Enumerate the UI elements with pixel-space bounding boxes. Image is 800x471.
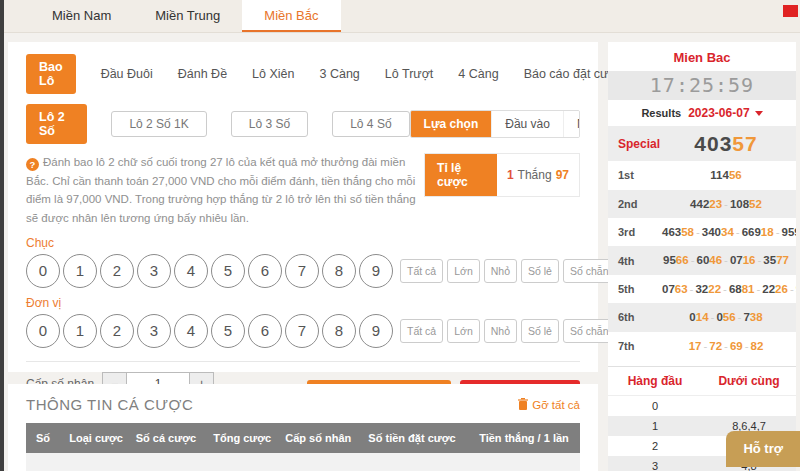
digit-circle[interactable]: 9 xyxy=(359,254,393,288)
mode-tab[interactable]: Nhanh xyxy=(563,111,580,137)
window-edge xyxy=(0,0,4,471)
prize-number: 17 xyxy=(689,340,702,352)
head-cell: 1 xyxy=(608,416,702,436)
prize-numbers: 11456 xyxy=(662,166,790,184)
digit-circle[interactable]: 0 xyxy=(26,314,60,348)
digit-circle[interactable]: 2 xyxy=(100,254,134,288)
digit-row-tens: 0123456789Tất cảLớnNhỏSố lẻSố chẵnGỡ xyxy=(26,254,580,288)
region-tab[interactable]: Miền Bắc xyxy=(242,0,340,32)
prize-number: 738 xyxy=(743,311,762,323)
filter-button[interactable]: Tất cả xyxy=(400,319,443,343)
number-head: 07 xyxy=(662,283,675,295)
digit-circle[interactable]: 6 xyxy=(248,314,282,348)
number-head: 442 xyxy=(690,198,709,210)
digit-circle[interactable]: 0 xyxy=(26,254,60,288)
prize-row: Special40357 xyxy=(608,126,796,161)
filter-button[interactable]: Số lẻ xyxy=(521,259,559,283)
prize-number: 10852 xyxy=(730,198,762,210)
mode-tab[interactable]: Lựa chọn xyxy=(411,111,492,137)
prize-row: 3rd46358-34034-66918-95949-25795-45788 xyxy=(608,218,796,246)
number-tail: 52 xyxy=(749,198,762,210)
filter-button[interactable]: Tất cả xyxy=(400,259,443,283)
number-tail: 17 xyxy=(689,340,702,352)
prize-number: 34034 xyxy=(702,226,734,238)
help-icon: ? xyxy=(26,158,39,171)
countdown-clock: 17:25:59 xyxy=(608,71,796,100)
head-cell: 2 xyxy=(608,436,702,456)
head-tail-column: Dưới cùng xyxy=(702,367,796,395)
number-head: 68 xyxy=(729,283,742,295)
head-cell: 3 xyxy=(608,456,702,471)
bet-tab[interactable]: 3 Càng xyxy=(320,67,360,81)
trash-icon xyxy=(518,398,528,412)
number-tail: 56 xyxy=(723,311,736,323)
number-head: 463 xyxy=(662,226,681,238)
bet-tab[interactable]: Đánh Đề xyxy=(178,67,227,81)
digit-circle[interactable]: 9 xyxy=(359,314,393,348)
filter-button[interactable]: Số lẻ xyxy=(521,319,559,343)
digit-circle[interactable]: 6 xyxy=(248,254,282,288)
number-head: 60 xyxy=(696,254,709,266)
digit-circle[interactable]: 4 xyxy=(174,314,208,348)
chevron-down-icon xyxy=(755,111,763,116)
results-bar: Results 2023-06-07 xyxy=(608,100,796,126)
prize-label: 4th xyxy=(618,255,662,267)
bet-tab[interactable]: Lô Trượt xyxy=(385,67,434,81)
mode-tab[interactable]: Đầu vào xyxy=(491,111,563,137)
prize-row: 6th014-056-738 xyxy=(608,303,796,331)
digit-circle[interactable]: 7 xyxy=(285,314,319,348)
digit-group-label-units: Đơn vị xyxy=(26,296,580,310)
region-tab[interactable]: Miền Trung xyxy=(133,0,242,32)
digit-circle[interactable]: 4 xyxy=(174,254,208,288)
digit-circle[interactable]: 5 xyxy=(211,314,245,348)
support-button[interactable]: Hỗ trợ xyxy=(726,431,800,467)
bet-tab[interactable]: 4 Càng xyxy=(458,67,498,81)
prize-row: 1st11456 xyxy=(608,161,796,189)
bet-subtab[interactable]: Lô 2 Số 1K xyxy=(111,111,206,137)
filter-button[interactable]: Nhỏ xyxy=(484,259,517,283)
prize-number: 72 xyxy=(709,340,722,352)
number-separator: - xyxy=(758,254,762,266)
bet-tab[interactable]: Lô Xiên xyxy=(252,67,294,81)
digit-circle[interactable]: 7 xyxy=(285,254,319,288)
number-separator: - xyxy=(790,283,794,295)
filter-button[interactable]: Nhỏ xyxy=(484,319,517,343)
clear-all-button[interactable]: Gỡ tất cả xyxy=(518,398,580,412)
filter-button[interactable]: Lớn xyxy=(447,259,480,283)
number-head: 35 xyxy=(763,254,776,266)
digit-row-units: 0123456789Tất cảLớnNhỏSố lẻSố chẵnGỡ xyxy=(26,314,580,348)
digit-circle[interactable]: 1 xyxy=(63,314,97,348)
bet-subtab[interactable]: Lô 2 Số xyxy=(26,104,87,144)
notification-badge[interactable] xyxy=(783,5,798,17)
digit-circle[interactable]: 3 xyxy=(137,314,171,348)
filter-button[interactable]: Lớn xyxy=(447,319,480,343)
prize-number: 014 xyxy=(689,311,708,323)
bet-subtab[interactable]: Lô 3 Số xyxy=(231,111,308,137)
region-tab[interactable]: Miền Nam xyxy=(30,0,133,32)
number-tail: 69 xyxy=(730,340,743,352)
head-cell: 0 xyxy=(608,396,702,416)
divider xyxy=(26,361,580,362)
date-dropdown[interactable]: 2023-06-07 xyxy=(688,106,762,120)
prize-list: Special403571st114562nd44223-108523rd463… xyxy=(608,126,796,360)
digit-circle[interactable]: 5 xyxy=(211,254,245,288)
number-head: 95 xyxy=(663,254,676,266)
prize-number: 69 xyxy=(730,340,743,352)
digit-circle[interactable]: 8 xyxy=(322,254,356,288)
prize-label: 3rd xyxy=(618,226,662,238)
odds-rate-button[interactable]: Tỉ lệ cược xyxy=(425,154,497,196)
number-separator: - xyxy=(703,340,707,352)
bet-description: ?Đánh bao lô 2 chữ số cuối trong 27 lô c… xyxy=(26,153,424,228)
digit-circle[interactable]: 2 xyxy=(100,314,134,348)
bet-tab[interactable]: Bao Lô xyxy=(26,54,76,94)
digit-circle[interactable]: 1 xyxy=(63,254,97,288)
number-head: 340 xyxy=(702,226,721,238)
head-tail-row: 0 xyxy=(608,396,796,416)
number-tail: 63 xyxy=(675,283,688,295)
digit-circle[interactable]: 3 xyxy=(137,254,171,288)
bet-subtab[interactable]: Lô 4 Số xyxy=(332,111,409,137)
prize-numbers: 44223-10852 xyxy=(662,195,790,213)
number-head: 32 xyxy=(695,283,708,295)
digit-circle[interactable]: 8 xyxy=(322,314,356,348)
bet-tab[interactable]: Đầu Đuôi xyxy=(101,67,153,81)
